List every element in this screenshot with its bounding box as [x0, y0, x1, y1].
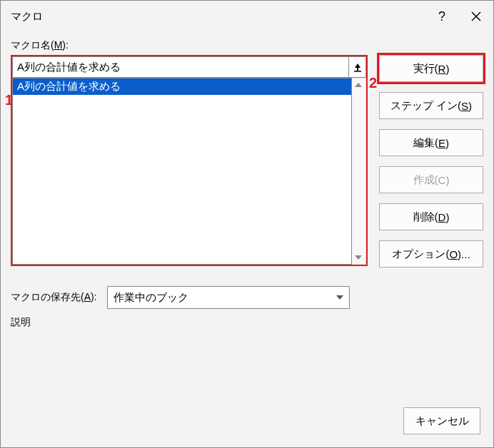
button-column: 実行(R) ステップ イン(S) 編集(E) 作成(C) 削除(D) オプション…: [379, 39, 483, 268]
run-button[interactable]: 実行(R): [379, 55, 483, 82]
save-location-value: 作業中のブック: [114, 291, 188, 305]
macro-name-input[interactable]: [12, 56, 349, 78]
svg-text:?: ?: [438, 9, 445, 24]
macro-dialog: マクロ ? 1 2 マクロ名(M):: [0, 0, 494, 448]
left-column: マクロ名(M): A列の合計値を求める: [11, 39, 368, 268]
macro-listbox[interactable]: A列の合計値を求める: [12, 78, 352, 265]
name-picker-button[interactable]: [349, 56, 366, 78]
scroll-up-icon: [355, 83, 362, 87]
delete-button[interactable]: 削除(D): [379, 203, 483, 230]
upper-area: マクロ名(M): A列の合計値を求める: [11, 39, 483, 268]
macro-name-label: マクロ名(M):: [11, 39, 368, 52]
chevron-down-icon: [336, 295, 343, 300]
create-button: 作成(C): [379, 166, 483, 193]
scroll-down-icon: [355, 255, 362, 260]
close-button[interactable]: [459, 1, 493, 32]
save-location-select[interactable]: 作業中のブック: [107, 286, 350, 309]
save-location-label: マクロの保存先(A):: [11, 291, 97, 304]
listbox-scrollbar[interactable]: [352, 78, 366, 265]
list-item[interactable]: A列の合計値を求める: [13, 78, 351, 95]
titlebar: マクロ ?: [1, 1, 493, 32]
step-in-button[interactable]: ステップ イン(S): [379, 92, 483, 119]
options-button[interactable]: オプション(O)...: [379, 240, 483, 268]
dialog-content: 1 2 マクロ名(M): A列の: [1, 32, 493, 447]
save-location-row: マクロの保存先(A): 作業中のブック: [11, 286, 483, 309]
lower-area: マクロの保存先(A): 作業中のブック 説明: [11, 286, 483, 329]
cancel-button[interactable]: キャンセル: [403, 407, 480, 434]
macro-listbox-wrap: A列の合計値を求める: [11, 78, 368, 266]
footer: キャンセル: [403, 407, 480, 434]
dialog-title: マクロ: [11, 10, 425, 24]
help-button[interactable]: ?: [425, 1, 459, 32]
macro-name-row: [11, 55, 368, 78]
description-label: 説明: [11, 316, 483, 329]
edit-button[interactable]: 編集(E): [379, 129, 483, 156]
